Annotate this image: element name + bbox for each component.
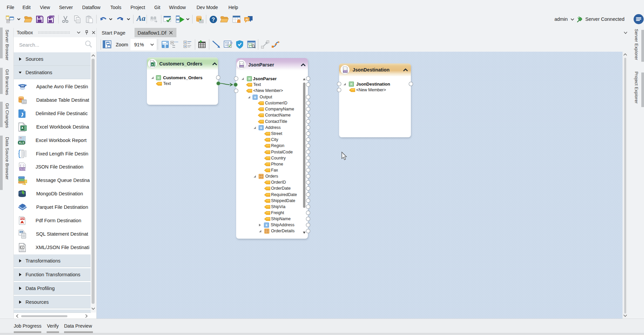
svg-text:AI: AI xyxy=(246,18,249,21)
svg-text:SQL: SQL xyxy=(19,231,23,233)
svg-text:JSON: JSON xyxy=(19,168,25,171)
svg-text:PDF: PDF xyxy=(20,218,24,220)
svg-text:010 01: 010 01 xyxy=(225,42,232,44)
svg-text:10: 10 xyxy=(225,44,228,47)
svg-text:XLS: XLS xyxy=(19,141,24,144)
svg-text:X: X xyxy=(21,126,24,130)
svg-text:{:}: {:} xyxy=(20,164,24,167)
svg-text:?: ? xyxy=(212,17,215,22)
